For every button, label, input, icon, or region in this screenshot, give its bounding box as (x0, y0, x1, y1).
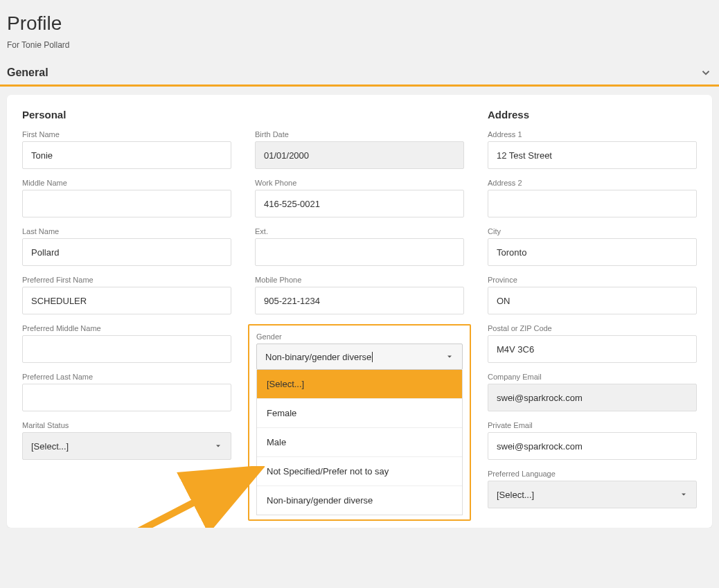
mobile-phone-input[interactable]: 905-221-1234 (255, 287, 464, 314)
pref-first-label: Preferred First Name (22, 276, 231, 284)
gender-dropdown: [Select...] Female Male Not Specified/Pr… (256, 370, 463, 515)
city-input[interactable]: Toronto (488, 238, 697, 266)
last-name-label: Last Name (22, 227, 231, 235)
first-name-input[interactable]: Tonie (22, 141, 231, 169)
city-label: City (488, 227, 697, 235)
address1-input[interactable]: 12 Test Street (488, 141, 697, 169)
company-email-label: Company Email (488, 373, 697, 381)
page-title: Profile (7, 12, 712, 35)
postal-input[interactable]: M4V 3C6 (488, 335, 697, 363)
postal-label: Postal or ZIP Code (488, 324, 697, 332)
work-phone-label: Work Phone (255, 179, 464, 187)
address-title: Address (488, 109, 697, 121)
gender-option-select[interactable]: [Select...] (257, 370, 462, 399)
address1-label: Address 1 (488, 130, 697, 139)
caret-down-icon (680, 490, 688, 499)
company-email-input[interactable]: swei@sparkrock.com (488, 384, 697, 411)
gender-option-not-specified[interactable]: Not Specified/Prefer not to say (257, 457, 462, 486)
middle-name-input[interactable] (22, 190, 231, 217)
ext-label: Ext. (255, 227, 464, 235)
pref-lang-label: Preferred Language (488, 470, 697, 478)
middle-name-label: Middle Name (22, 179, 231, 187)
private-email-input[interactable]: swei@sparkrock.com (488, 432, 697, 460)
chevron-down-icon (700, 66, 712, 79)
marital-status-label: Marital Status (22, 421, 231, 429)
pref-lang-select[interactable]: [Select...] (488, 481, 697, 508)
birth-date-input[interactable]: 01/01/2000 (255, 141, 464, 169)
gender-option-nonbinary[interactable]: Non-binary/gender diverse (257, 486, 462, 515)
ext-input[interactable] (255, 238, 464, 266)
gender-highlight-box: Gender Non-binary/gender diverse [Select… (248, 324, 471, 521)
pref-middle-input[interactable] (22, 335, 231, 363)
gender-select[interactable]: Non-binary/gender diverse (256, 344, 463, 370)
pref-last-input[interactable] (22, 384, 231, 411)
address2-label: Address 2 (488, 179, 697, 187)
middle-spacer (255, 109, 464, 121)
svg-marker-0 (216, 445, 220, 447)
pref-first-input[interactable]: SCHEDULER (22, 287, 231, 314)
profile-card: Personal First Name Tonie Middle Name La… (7, 95, 712, 528)
birth-date-label: Birth Date (255, 130, 464, 139)
first-name-label: First Name (22, 130, 231, 139)
gender-option-female[interactable]: Female (257, 399, 462, 428)
section-header[interactable]: General (0, 62, 719, 87)
section-title: General (7, 66, 48, 79)
gender-option-male[interactable]: Male (257, 428, 462, 457)
address2-input[interactable] (488, 190, 697, 217)
marital-status-select[interactable]: [Select...] (22, 432, 231, 460)
middle-column: Birth Date 01/01/2000 Work Phone 416-525… (255, 109, 464, 518)
personal-title: Personal (22, 109, 231, 121)
work-phone-input[interactable]: 416-525-0021 (255, 190, 464, 217)
personal-column: Personal First Name Tonie Middle Name La… (22, 109, 231, 518)
page-subtitle: For Tonie Pollard (7, 40, 712, 50)
private-email-label: Private Email (488, 421, 697, 429)
pref-last-label: Preferred Last Name (22, 373, 231, 381)
gender-label: Gender (256, 332, 463, 341)
caret-down-icon (214, 442, 222, 450)
last-name-input[interactable]: Pollard (22, 238, 231, 266)
province-label: Province (488, 276, 697, 284)
mobile-phone-label: Mobile Phone (255, 276, 464, 284)
caret-down-icon (445, 353, 454, 361)
svg-marker-1 (447, 356, 452, 358)
province-input[interactable]: ON (488, 287, 697, 314)
address-column: Address Address 1 12 Test Street Address… (488, 109, 697, 518)
pref-middle-label: Preferred Middle Name (22, 324, 231, 332)
svg-marker-2 (682, 494, 686, 496)
